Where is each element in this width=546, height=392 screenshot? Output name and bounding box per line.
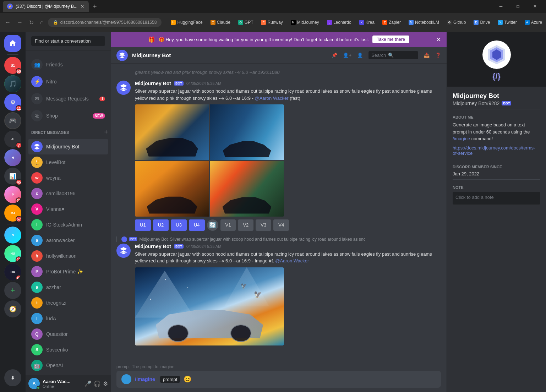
server-icon-3[interactable]: ⚙ 11 (4, 94, 21, 111)
dm-item-theogritzi[interactable]: t theogritzi (28, 295, 108, 311)
dm-avatar-weyna: w (31, 172, 43, 184)
sidebar-item-shop[interactable]: 🛍 Shop NEW (28, 107, 108, 124)
explore-servers-button[interactable]: 🧭 (4, 300, 21, 317)
server-icon-1[interactable]: S1 50 (4, 57, 21, 74)
add-server-button[interactable]: + (4, 282, 21, 299)
bookmark-drive[interactable]: D Drive (471, 19, 493, 26)
bookmark-azure[interactable]: A Azure (522, 19, 543, 26)
bookmark-github[interactable]: G Github (444, 19, 469, 26)
headset-button[interactable]: 🎧 (94, 380, 101, 387)
refresh-button[interactable]: 🔄 (207, 219, 218, 231)
v2-button[interactable]: V2 (238, 219, 253, 231)
server-icon-6[interactable]: H (4, 149, 21, 166)
help-icon[interactable]: ❓ (435, 53, 441, 58)
rp-imagine-link[interactable]: /imagine (453, 136, 471, 141)
sidebar-item-friends[interactable]: 👥 Friends (28, 56, 108, 73)
v1-button[interactable]: V1 (220, 219, 236, 231)
download-button[interactable]: ⬇ (4, 369, 21, 386)
message-body-2: Midjourney Bot BOT 04/05/2024 5:35 AM Si… (135, 244, 441, 345)
user-panel: A Aaron Wac... Online 🎤 🎧 ⚙ (26, 375, 111, 392)
server-icon-11[interactable]: HU 12 (4, 245, 21, 262)
bookmark-zapier[interactable]: Z Zapier (380, 19, 404, 26)
u1-button[interactable]: U1 (135, 219, 151, 231)
dm-avatar-openai: 🤖 (31, 360, 43, 371)
current-user-name: Aaron Wac... (43, 379, 70, 384)
notification-close-button[interactable]: ✕ (436, 36, 441, 43)
emoji-button[interactable]: 😊 (184, 375, 191, 383)
dm-item-quaesitor[interactable]: Q Quaesitor (28, 326, 108, 342)
forward-button[interactable]: → (15, 18, 25, 27)
settings-button[interactable]: ⚙ (103, 380, 108, 387)
bookmark-krea[interactable]: K Krea (356, 19, 377, 26)
dm-name-levelbot: LevelBot (46, 159, 65, 165)
server-icon-4[interactable]: 🎮 (4, 112, 21, 129)
inbox-icon[interactable]: 📥 (424, 53, 430, 58)
pin-icon[interactable]: 📌 (332, 53, 337, 58)
u4-button[interactable]: U4 (189, 219, 205, 231)
dm-item-weyna[interactable]: w weyna (28, 170, 108, 186)
bookmark-midjourney[interactable]: M MidJourney (288, 19, 322, 26)
bookmark-twitter[interactable]: 𝕏 Twitter (495, 19, 519, 26)
maximize-button[interactable]: □ (510, 1, 526, 12)
bookmark-leonardo[interactable]: L Leonardo (324, 19, 354, 26)
find-conversation-input[interactable]: Find or start a conversation (31, 36, 105, 46)
dm-item-holly[interactable]: h hollywilkinson (28, 248, 108, 264)
header-search[interactable]: Search 🔍 (368, 51, 418, 59)
u3-button[interactable]: U3 (171, 219, 187, 231)
dm-item-openai[interactable]: 🤖 OpenAI (28, 358, 108, 373)
close-button[interactable]: ✕ (527, 1, 543, 12)
rp-discriminator: Midjourney Bot#9282 BOT (453, 100, 540, 106)
bookmark-claude[interactable]: C Claude (208, 19, 233, 26)
add-friend-icon[interactable]: 👤+ (343, 53, 351, 58)
bookmark-notebooklm[interactable]: N NotebookLM (406, 19, 442, 26)
minimize-button[interactable]: ─ (493, 1, 509, 12)
discord-home-button[interactable] (4, 35, 21, 52)
mention-aaron-2[interactable]: @Aaron Wacker (275, 258, 309, 263)
new-tab-button[interactable]: + (90, 1, 100, 12)
new-dm-button[interactable]: + (104, 129, 108, 136)
server-icon-12[interactable]: DX 41 (4, 263, 21, 281)
rp-docs-link[interactable]: https://docs.midjourney.com/docs/terms-o… (453, 145, 535, 156)
v3-button[interactable]: V3 (256, 219, 271, 231)
sidebar-item-message-requests[interactable]: ✉ Message Requests 1 (28, 90, 108, 107)
bookmark-gpt[interactable]: G GPT (235, 19, 256, 26)
input-prompt-field[interactable]: prompt (160, 376, 180, 383)
dm-item-probot[interactable]: P ProBot Prime ✨ (28, 264, 108, 279)
sidebar-item-nitro[interactable]: ⚡ Nitro (28, 73, 108, 90)
dm-item-aaronwacker[interactable]: a aaronwacker. (28, 233, 108, 248)
mic-button[interactable]: 🎤 (84, 380, 92, 387)
dm-item-ig-stocks[interactable]: I IG-StocksAdmin (28, 217, 108, 233)
dm-item-azzhar[interactable]: a azzhar (28, 279, 108, 295)
dm-item-camilla[interactable]: c camilla08196 (28, 186, 108, 201)
messages-area[interactable]: gleams yellow red and pink through snowy… (111, 64, 447, 360)
message-group-1: Midjourney Bot BOT 04/05/2024 5:35 AM Si… (116, 81, 441, 231)
address-bar[interactable]: 🔒 discord.com/channels/@me/9975146866081… (48, 18, 162, 27)
bookmark-huggingface[interactable]: H HuggingFace (168, 19, 205, 26)
server-icon-10[interactable]: N (4, 227, 21, 244)
profile-icon[interactable]: 👤 (357, 53, 363, 58)
bookmark-runway[interactable]: R Runway (258, 19, 285, 26)
image-grid-1[interactable] (135, 104, 284, 217)
back-button[interactable]: ← (3, 18, 13, 27)
tab-close-button[interactable]: ✕ (80, 4, 84, 9)
server-icon-7[interactable]: 📊 45 (4, 168, 21, 185)
rp-note-field[interactable]: Click to add a note (453, 192, 540, 205)
single-image[interactable]: 🦅 🦅 (135, 267, 284, 345)
server-icon-8[interactable]: P 36 (4, 186, 21, 203)
server-icon-5[interactable]: AI 7 (4, 131, 21, 148)
dm-item-vianna[interactable]: V Vianna♥ (28, 201, 108, 217)
previous-message-snippet: gleams yellow red and pink through snowy… (116, 70, 441, 75)
dm-item-levelbot[interactable]: 🏆 LevelBot (28, 154, 108, 170)
v4-button[interactable]: V4 (273, 219, 289, 231)
u2-button[interactable]: U2 (153, 219, 169, 231)
mention-aaron[interactable]: @Aaron Wacker (255, 96, 288, 101)
active-tab[interactable]: ⚡ (337) Discord | @Midjourney B... ✕ (3, 1, 89, 12)
reload-button[interactable]: ↻ (27, 18, 36, 27)
home-button[interactable]: ⌂ (38, 18, 46, 27)
take-me-there-button[interactable]: Take me there (372, 36, 409, 43)
dm-item-sovcenko[interactable]: S Sovcenko (28, 342, 108, 358)
server-icon-9[interactable]: MJ 57 (4, 205, 21, 222)
server-icon-2[interactable]: 🎵 (4, 75, 21, 92)
dm-item-luda[interactable]: l ludA (28, 311, 108, 326)
dm-item-midjourney-bot[interactable]: Midjourney Bot (28, 139, 108, 154)
